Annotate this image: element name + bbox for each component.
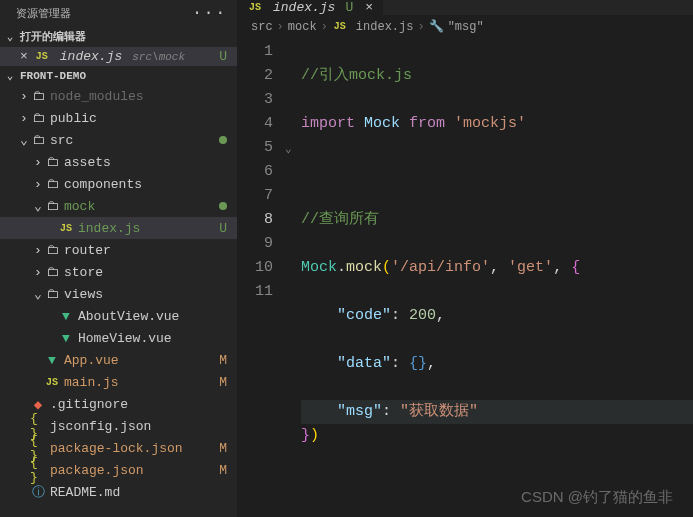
chevron-icon: ⌄ [32, 286, 44, 302]
open-editors-section[interactable]: ⌄ 打开的编辑器 [0, 26, 237, 47]
folder-icon: 🗀 [30, 111, 46, 126]
vue-icon: ▼ [58, 331, 74, 346]
tree-item-label: src [50, 133, 213, 148]
js-icon: JS [58, 223, 74, 234]
md-icon: ⓘ [30, 483, 46, 501]
tab-bar: JS index.js U × [237, 0, 693, 15]
folder-icon: 🗀 [44, 265, 60, 280]
chevron-icon: › [32, 155, 44, 170]
crumb[interactable]: index.js [356, 20, 414, 34]
breadcrumb[interactable]: src› mock› JS index.js› 🔧 "msg" [237, 15, 693, 38]
status-badge: M [219, 375, 227, 390]
tree-item[interactable]: ›🗀assets [0, 151, 237, 173]
tree-item-label: router [64, 243, 227, 258]
tree-item[interactable]: ›🗀router [0, 239, 237, 261]
tree-item-label: .gitignore [50, 397, 227, 412]
tree-item[interactable]: { }package.jsonM [0, 459, 237, 481]
tree-item-label: assets [64, 155, 227, 170]
folder-icon: 🗀 [30, 133, 46, 148]
chevron-down-icon: ⌄ [4, 30, 16, 43]
tree-item[interactable]: ›🗀node_modules [0, 85, 237, 107]
vue-icon: ▼ [58, 309, 74, 324]
tree-item-label: index.js [78, 221, 219, 236]
crumb[interactable]: mock [288, 20, 317, 34]
js-icon: JS [247, 2, 263, 13]
tree-item-label: App.vue [64, 353, 219, 368]
chevron-icon: › [32, 177, 44, 192]
chevron-icon: ⌄ [32, 198, 44, 214]
modified-dot [219, 136, 227, 144]
tree-item-label: AboutView.vue [78, 309, 227, 324]
tree-item[interactable]: ▼App.vueM [0, 349, 237, 371]
crumb[interactable]: src [251, 20, 273, 34]
status-badge: M [219, 441, 227, 456]
tree-item-label: mock [64, 199, 213, 214]
explorer-sidebar: 资源管理器 ··· ⌄ 打开的编辑器 × JS index.js src\moc… [0, 0, 237, 517]
js-icon: JS [332, 21, 348, 32]
chevron-down-icon: ⌄ [4, 69, 16, 82]
explorer-header: 资源管理器 ··· [0, 0, 237, 26]
tree-item-label: store [64, 265, 227, 280]
tree-item[interactable]: ▼HomeView.vue [0, 327, 237, 349]
tree-item[interactable]: JSindex.jsU [0, 217, 237, 239]
folder-icon: 🗀 [44, 177, 60, 192]
js-icon: JS [44, 377, 60, 388]
code-lines[interactable]: //引入mock.js import Mock from 'mockjs' //… [301, 40, 693, 517]
tree-item-label: public [50, 111, 227, 126]
tree-item[interactable]: ▼AboutView.vue [0, 305, 237, 327]
tree-item-label: components [64, 177, 227, 192]
folder-icon: 🗀 [44, 199, 60, 214]
tree-item-label: package.json [50, 463, 219, 478]
open-editor-path: src\mock [132, 51, 185, 63]
more-actions-icon[interactable]: ··· [192, 4, 227, 22]
close-icon[interactable]: × [365, 0, 373, 15]
tab-filename: index.js [273, 0, 335, 15]
open-editor-filename: index.js [60, 49, 122, 64]
watermark: CSDN @钓了猫的鱼非 [521, 488, 673, 507]
modified-dot [219, 202, 227, 210]
tree-item-label: main.js [64, 375, 219, 390]
tree-item-label: HomeView.vue [78, 331, 227, 346]
folder-icon: 🗀 [44, 155, 60, 170]
tree-item-label: jsconfig.json [50, 419, 227, 434]
chevron-icon: ⌄ [18, 132, 30, 148]
line-gutter: 1234567891011 [237, 40, 285, 517]
code-editor[interactable]: 1234567891011 ⌄ //引入mock.js import Mock … [237, 38, 693, 517]
chevron-icon: › [32, 265, 44, 280]
tree-item[interactable]: ⓘREADME.md [0, 481, 237, 503]
fold-gutter[interactable]: ⌄ [285, 40, 301, 517]
tree-item[interactable]: ›🗀public [0, 107, 237, 129]
close-icon[interactable]: × [20, 49, 28, 64]
tree-item-label: views [64, 287, 227, 302]
status-badge: M [219, 463, 227, 478]
explorer-title: 资源管理器 [16, 6, 71, 21]
file-tree: ›🗀node_modules›🗀public⌄🗀src›🗀assets›🗀com… [0, 85, 237, 517]
tree-item[interactable]: ›🗀store [0, 261, 237, 283]
js-icon: JS [34, 51, 50, 62]
wrench-icon: 🔧 [429, 19, 444, 34]
project-section[interactable]: ⌄ FRONT-DEMO [0, 66, 237, 85]
chevron-icon: › [32, 243, 44, 258]
open-editor-item[interactable]: × JS index.js src\mock U [0, 47, 237, 66]
editor-tab[interactable]: JS index.js U × [237, 0, 384, 15]
tree-item[interactable]: ⌄🗀src [0, 129, 237, 151]
tree-item-label: README.md [50, 485, 227, 500]
crumb[interactable]: "msg" [448, 20, 484, 34]
open-editors-label: 打开的编辑器 [20, 29, 86, 44]
folder-icon: 🗀 [44, 243, 60, 258]
project-name: FRONT-DEMO [20, 70, 86, 82]
status-badge: M [219, 353, 227, 368]
tree-item-label: node_modules [50, 89, 227, 104]
vue-icon: ▼ [44, 353, 60, 368]
chevron-icon: › [18, 89, 30, 104]
folder-icon: 🗀 [30, 89, 46, 104]
tree-item[interactable]: ⌄🗀mock [0, 195, 237, 217]
status-badge: U [219, 49, 227, 64]
tree-item-label: package-lock.json [50, 441, 219, 456]
tree-item[interactable]: JSmain.jsM [0, 371, 237, 393]
brace-icon: { } [30, 455, 46, 485]
chevron-icon: › [18, 111, 30, 126]
tree-item[interactable]: ⌄🗀views [0, 283, 237, 305]
tree-item[interactable]: ›🗀components [0, 173, 237, 195]
editor-area: JS index.js U × src› mock› JS index.js› … [237, 0, 693, 517]
